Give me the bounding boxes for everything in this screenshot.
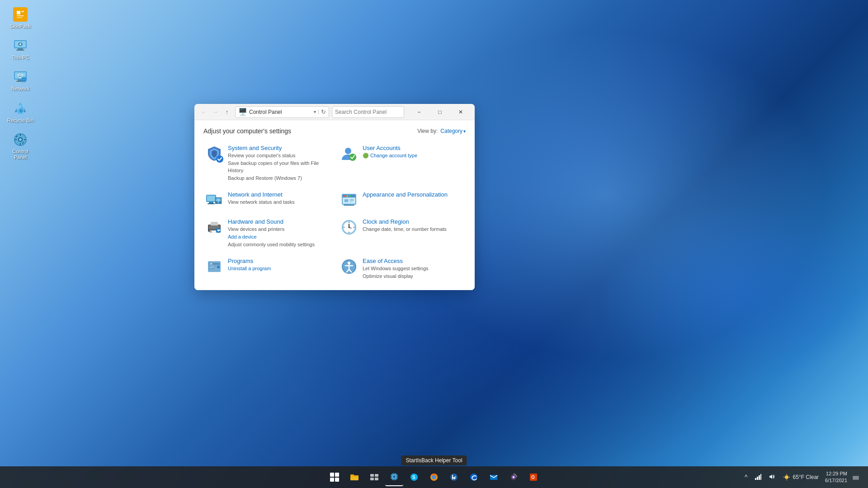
ease-access-icon — [340, 258, 358, 276]
desktop-icon-controlpanel[interactable]: Control Panel — [5, 130, 36, 163]
view-by-dropdown[interactable]: Category — [440, 128, 466, 134]
programs-link[interactable]: Uninstall a program — [228, 265, 271, 272]
hardware-desc2: Adjust commonly used mobility settings — [228, 241, 315, 248]
svg-rect-26 — [15, 139, 17, 140]
path-dropdown-icon[interactable]: ▾ — [314, 109, 316, 114]
clock-name[interactable]: Clock and Region — [363, 218, 447, 225]
svg-rect-115 — [759, 475, 760, 480]
file-explorer-button[interactable] — [345, 468, 363, 486]
category-system-security[interactable]: System and Security Review your computer… — [203, 142, 331, 185]
svg-point-46 — [349, 195, 351, 197]
svg-rect-116 — [760, 474, 761, 480]
user-accounts-name[interactable]: User Accounts — [363, 145, 417, 151]
svg-rect-8 — [16, 50, 24, 51]
weather-display[interactable]: 65°F Clear — [780, 474, 822, 481]
svg-rect-73 — [210, 266, 215, 267]
system-security-name[interactable]: System and Security — [228, 145, 329, 151]
category-ease-access[interactable]: Ease of Access Let Windows suggest setti… — [338, 255, 466, 283]
category-clock[interactable]: Clock and Region Change date, time, or n… — [338, 216, 466, 251]
weather-icon — [783, 474, 790, 481]
search-bar[interactable] — [332, 106, 404, 118]
hardware-link1[interactable]: Add a device — [228, 234, 315, 240]
taskbar-right: ^ 65°F Clear — [743, 470, 861, 484]
svg-rect-36 — [208, 203, 215, 204]
path-separator: | — [318, 109, 319, 114]
category-programs[interactable]: Programs Uninstall a program — [203, 255, 331, 283]
refresh-button[interactable]: ↻ — [321, 108, 326, 115]
svg-rect-54 — [211, 222, 218, 225]
svg-rect-100 — [396, 476, 398, 477]
skinpack-icon — [13, 7, 28, 22]
forward-button[interactable]: → — [210, 107, 221, 117]
edge-button[interactable] — [465, 468, 483, 486]
svg-point-67 — [349, 226, 350, 228]
search-input[interactable] — [335, 109, 401, 115]
thispc-label: This PC — [11, 55, 29, 61]
category-user-accounts[interactable]: User Accounts 🟢 Change account type — [338, 142, 466, 185]
categories-grid: System and Security Review your computer… — [203, 142, 466, 283]
close-button[interactable]: ✕ — [450, 104, 471, 120]
svg-rect-85 — [330, 478, 334, 482]
recycle-label: Recycle Bin — [7, 117, 33, 123]
system-security-text: System and Security Review your computer… — [228, 145, 329, 182]
office-button[interactable]: O — [524, 468, 542, 486]
window-controls: − □ ✕ — [409, 104, 471, 120]
desktop-icon-skinpack[interactable]: SkinPack — [5, 5, 36, 32]
maximize-button[interactable]: □ — [429, 104, 450, 120]
obs-button[interactable] — [505, 468, 523, 486]
mail-button[interactable] — [485, 468, 503, 486]
svg-point-18 — [22, 77, 26, 82]
keepass-button[interactable] — [445, 468, 463, 486]
svg-point-110 — [513, 476, 514, 478]
ease-access-name[interactable]: Ease of Access — [363, 258, 429, 264]
appearance-name[interactable]: Appearance and Personalization — [363, 191, 448, 198]
svg-text:S: S — [412, 475, 415, 480]
skype-button[interactable]: S — [405, 468, 423, 486]
back-button[interactable]: ← — [198, 107, 209, 117]
notification-tray[interactable] — [851, 473, 861, 482]
tray-up-arrow[interactable]: ^ — [743, 473, 750, 482]
svg-rect-27 — [24, 139, 26, 140]
svg-rect-99 — [391, 476, 392, 477]
address-bar[interactable]: 🖥️ Control Panel ▾ | ↻ — [235, 106, 329, 118]
controlpanel-label: Control Panel — [6, 149, 34, 160]
ease-access-desc1: Let Windows suggest settings — [363, 265, 429, 272]
desktop-icon-recycle[interactable]: ♻ Recycle Bin — [5, 99, 36, 126]
minimize-button[interactable]: − — [409, 104, 429, 120]
taskview-button[interactable] — [365, 468, 383, 486]
volume-tray-icon[interactable] — [767, 473, 777, 482]
network-name[interactable]: Network and Internet — [228, 191, 295, 198]
network-text: Network and Internet View network status… — [228, 191, 295, 206]
svg-point-30 — [216, 155, 223, 163]
hardware-name[interactable]: Hardware and Sound — [228, 218, 315, 225]
svg-text:O: O — [531, 475, 535, 480]
desktop-icon-network[interactable]: Network — [5, 67, 36, 94]
user-accounts-link[interactable]: 🟢 Change account type — [363, 152, 417, 159]
svg-point-39 — [218, 202, 219, 203]
svg-rect-84 — [335, 473, 339, 477]
svg-rect-90 — [370, 474, 374, 477]
clock-display[interactable]: 12:29 PM 6/17/2021 — [825, 470, 847, 484]
hardware-desc1: View devices and printers — [228, 226, 315, 233]
network-tray-icon[interactable] — [753, 473, 763, 482]
svg-rect-74 — [210, 267, 213, 268]
category-network[interactable]: Network and Internet View network status… — [203, 188, 331, 212]
clock-text: Clock and Region Change date, time, or n… — [363, 218, 447, 233]
svg-rect-24 — [20, 134, 21, 136]
svg-point-16 — [20, 77, 21, 78]
svg-point-44 — [344, 195, 345, 197]
view-by-label: View by: — [417, 128, 438, 134]
svg-point-40 — [218, 201, 219, 202]
up-button[interactable]: ↑ — [222, 107, 232, 117]
firefox-button[interactable] — [425, 468, 443, 486]
titlebar-nav: ← → ↑ — [198, 107, 232, 117]
category-hardware[interactable]: Hardware and Sound View devices and prin… — [203, 216, 331, 251]
svg-rect-37 — [211, 202, 213, 203]
start-button[interactable] — [326, 468, 344, 486]
category-appearance[interactable]: Appearance and Personalization — [338, 188, 466, 212]
svg-rect-71 — [209, 268, 214, 269]
control-panel-taskbar-button[interactable] — [385, 468, 403, 486]
programs-name[interactable]: Programs — [228, 258, 271, 264]
svg-rect-2 — [21, 11, 24, 12]
desktop-icon-thispc[interactable]: This PC — [5, 36, 36, 63]
